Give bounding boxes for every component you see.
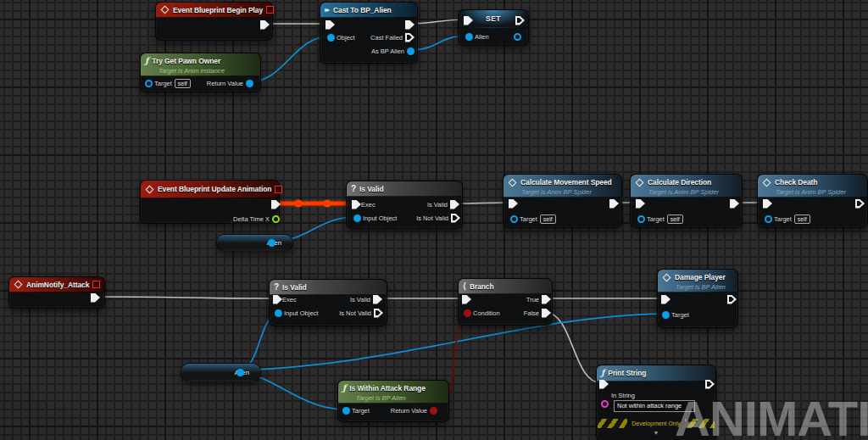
cast-to-bp-alien-pin-cast-failed-out[interactable]	[405, 33, 415, 42]
try-get-pawn-owner-pin-target-in[interactable]	[145, 80, 153, 87]
branch[interactable]: ⟨BranchConditionTrueFalse	[458, 278, 553, 326]
pin-label: False	[524, 309, 539, 317]
calculate-movement-speed-pin-target-in[interactable]	[510, 215, 518, 223]
alien-var-1[interactable]: Alien	[216, 234, 293, 251]
blueprint-graph-canvas[interactable]: Event Blueprint Begin Play▸▸Cast To BP_A…	[0, 0, 868, 440]
pin-label: Condition	[473, 309, 500, 317]
check-death-self-value[interactable]: self	[794, 214, 810, 224]
node-subtitle: Target is BP Alien	[356, 394, 444, 402]
node-title: Damage Player	[675, 273, 726, 281]
branch-pin-false-out[interactable]	[542, 309, 551, 318]
animnotify-attack[interactable]: AnimNotify_Attack	[8, 276, 105, 309]
event-update-animation-pin-delta-time-x-out[interactable]	[272, 215, 280, 223]
calculate-movement-speed-pin-exec-out[interactable]	[609, 199, 619, 209]
set-alien-pin-obj-out[interactable]	[514, 33, 521, 41]
check-death-pin-target-in[interactable]	[765, 215, 772, 223]
node-title: Calculate Direction	[648, 178, 711, 187]
event-begin-play-pin-exec-out[interactable]	[260, 20, 270, 30]
set-alien-pin-alien-in[interactable]	[465, 33, 473, 41]
cast-to-bp-alien[interactable]: ▸▸Cast To BP_AlienObjectCast FailedAs BP…	[320, 2, 418, 64]
node-title: Is Valid	[282, 283, 307, 292]
calculate-movement-speed[interactable]: Calculate Movement SpeedTarget is Anim B…	[503, 174, 622, 228]
calculate-direction-self-value[interactable]: self	[667, 214, 683, 224]
calculate-direction-pin-exec-out[interactable]	[730, 199, 739, 209]
pin-label: Input Object	[284, 309, 318, 317]
cast-to-bp-alien-pin-exec-in[interactable]	[326, 20, 335, 30]
event-update-animation[interactable]: Event Blueprint Update AnimationDelta Ti…	[140, 180, 280, 224]
event-begin-play[interactable]: Event Blueprint Begin Play	[155, 2, 273, 41]
is-valid-1[interactable]: ?Is ValidExecInput ObjectIs ValidIs Not …	[346, 181, 463, 229]
wire-9-exec	[93, 297, 275, 298]
pin-label: True	[526, 296, 539, 304]
set-alien[interactable]: SETAlien	[458, 9, 529, 46]
node-subtitle: Target is BP Alien	[676, 283, 733, 291]
is-within-attack-range[interactable]: ƒIs Within Attack RangeTarget is BP Alie…	[337, 380, 449, 422]
damage-player-pin-exec-in[interactable]	[661, 295, 670, 304]
is-valid-1-pin-is-not-valid-out[interactable]	[451, 214, 460, 223]
calculate-direction-pin-target-in[interactable]	[637, 215, 645, 223]
alien-var-2-pin-obj-out[interactable]	[236, 369, 244, 376]
event-diamond-icon	[509, 178, 517, 187]
pin-label: Target	[154, 80, 172, 87]
branch-pin-condition-in[interactable]	[464, 309, 471, 317]
event-stop-icon	[92, 281, 100, 288]
node-title: Event Blueprint Begin Play	[173, 6, 263, 14]
calculate-direction-pin-exec-in[interactable]	[636, 199, 645, 209]
damage-player-pin-exec-out[interactable]	[727, 295, 737, 304]
calculate-movement-speed-pin-exec-in[interactable]	[509, 199, 518, 209]
try-get-pawn-owner-header: ƒTry Get Pawn OwnerTarget is Anim Instan…	[141, 53, 260, 76]
node-subtitle: Target is Anim Instance	[159, 67, 256, 75]
is-valid-1-pin-input-object-in[interactable]	[353, 214, 361, 222]
is-valid-2-pin-input-object-in[interactable]	[275, 309, 282, 317]
branch-pin-true-out[interactable]	[542, 295, 551, 304]
pin-label: Target	[352, 407, 370, 415]
print-string-pin-str-in[interactable]	[601, 400, 609, 408]
is-within-attack-range-pin-target-in[interactable]	[342, 407, 350, 415]
pin-label: Target	[520, 215, 537, 223]
pin-label: Is Valid	[350, 296, 370, 304]
is-valid-2-pin-exec-in[interactable]	[273, 295, 282, 304]
print-string[interactable]: ƒPrint StringIn StringNot within attack …	[596, 365, 716, 440]
cast-to-bp-alien-pin-as-bp-alien-out[interactable]	[407, 47, 415, 55]
is-within-attack-range-pin-return-value-out[interactable]	[430, 407, 437, 415]
node-title: Is Within Attack Range	[349, 384, 426, 393]
is-valid-1-pin-exec-in[interactable]	[352, 200, 361, 209]
in-string-label: In String	[611, 392, 635, 399]
node-title: Branch	[470, 282, 494, 291]
try-get-pawn-owner-self-value[interactable]: self	[175, 79, 191, 88]
pin-label: Return Value	[207, 80, 243, 87]
collapse-caret-icon[interactable]: ▼	[654, 430, 659, 436]
is-valid-2-pin-is-valid-out[interactable]	[373, 295, 382, 304]
node-title: Event Blueprint Update Animation	[158, 185, 271, 193]
branch-header: ⟨Branch	[459, 279, 552, 294]
is-valid-2[interactable]: ?Is ValidExecInput ObjectIs ValidIs Not …	[269, 279, 387, 326]
function-icon: ƒ	[342, 384, 346, 393]
calculate-direction[interactable]: Calculate DirectionTarget is Anim BP Spi…	[630, 174, 743, 228]
damage-player-pin-target-in[interactable]	[662, 311, 670, 319]
alien-var-1-pin-obj-out[interactable]	[268, 239, 275, 247]
event-diamond-icon	[14, 281, 23, 289]
check-death-pin-exec-out[interactable]	[855, 199, 865, 209]
in-string-input[interactable]: Not within attack range	[614, 400, 695, 412]
try-get-pawn-owner-pin-return-value-out[interactable]	[246, 80, 253, 87]
check-death-header: Check DeathTarget is Anim BP Spider	[758, 175, 867, 198]
calculate-direction-header: Calculate DirectionTarget is Anim BP Spi…	[631, 175, 742, 198]
cast-to-bp-alien-pin-object-in[interactable]	[327, 34, 335, 42]
check-death-pin-exec-in[interactable]	[763, 199, 772, 209]
is-valid-1-pin-is-valid-out[interactable]	[450, 200, 459, 209]
check-death[interactable]: Check DeathTarget is Anim BP SpiderTarge…	[757, 174, 868, 228]
cast-to-bp-alien-pin-exec-out[interactable]	[405, 20, 415, 30]
alien-var-2[interactable]: Alien	[181, 363, 261, 382]
damage-player[interactable]: Damage PlayerTarget is BP AlienTarget	[657, 269, 738, 328]
try-get-pawn-owner[interactable]: ƒTry Get Pawn OwnerTarget is Anim Instan…	[140, 53, 261, 92]
event-update-animation-pin-exec-out[interactable]	[271, 200, 281, 209]
node-title: SET	[463, 14, 524, 23]
branch-icon: ⟨	[463, 281, 466, 291]
function-icon: ƒ	[145, 57, 148, 65]
is-valid-2-pin-is-not-valid-out[interactable]	[374, 309, 383, 318]
calculate-movement-speed-self-value[interactable]: self	[540, 214, 556, 224]
pin-label: Is Valid	[427, 201, 448, 209]
branch-pin-exec-in[interactable]	[462, 295, 471, 304]
animnotify-attack-pin-exec-out[interactable]	[91, 293, 100, 303]
node-title: Check Death	[775, 178, 817, 187]
